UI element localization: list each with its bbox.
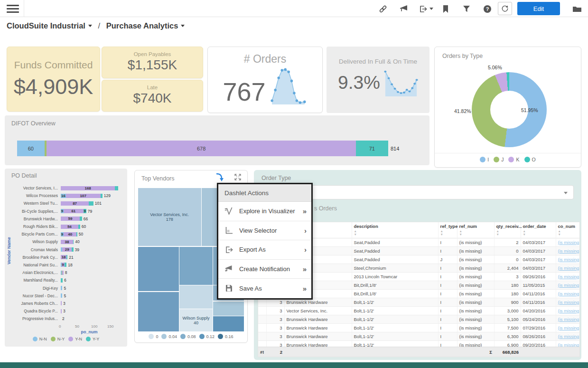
bar-segment-Y-N[interactable]: 87 bbox=[61, 201, 89, 206]
bar-segment-Y-N[interactable]: 40 bbox=[64, 232, 76, 236]
legend-item-o[interactable]: O bbox=[524, 157, 536, 162]
bar-segment-N-N[interactable] bbox=[61, 286, 62, 290]
co-num-link[interactable]: (is missing) bbox=[558, 300, 580, 305]
export-icon[interactable] bbox=[418, 4, 428, 14]
bar-segment-Y-N[interactable] bbox=[61, 301, 62, 305]
treemap-block[interactable] bbox=[213, 316, 244, 331]
kpi-num-orders[interactable]: # Orders 767 bbox=[207, 47, 323, 113]
breadcrumb-page[interactable]: Purchase Analytics bbox=[106, 21, 178, 30]
share-link-icon[interactable] bbox=[378, 4, 388, 14]
co-num-link[interactable]: (is missing) bbox=[558, 317, 580, 322]
po-bar-row[interactable]: Quadra Bicycle P...3 bbox=[5, 307, 127, 315]
table-row[interactable]: 3Brunswick HardwareBolt,1-1/2'I(is missi… bbox=[258, 323, 580, 332]
kpi-funds-committed[interactable]: Funds Committed $4,909K bbox=[7, 47, 100, 112]
legend-item-j[interactable]: J bbox=[494, 157, 504, 162]
column-header-qty[interactable]: qty_receiv...▲▼ bbox=[494, 222, 521, 238]
bar-segment-Y-N[interactable] bbox=[61, 309, 62, 313]
po-bar-row[interactable]: Bicycle Parts Com...94050 bbox=[5, 230, 127, 238]
po-bar-row[interactable]: Asian Electronics,...8 bbox=[5, 269, 127, 276]
maximize-icon[interactable] bbox=[233, 173, 242, 181]
co-num-link[interactable]: (is missing) bbox=[558, 240, 580, 245]
sort-icon[interactable]: ▲ bbox=[496, 230, 519, 232]
bar-segment-N-N[interactable] bbox=[61, 293, 62, 298]
sort-icon[interactable]: ▲ bbox=[558, 230, 579, 232]
bar-segment-Y-Y[interactable] bbox=[78, 225, 80, 229]
bar-segment-Y-Y[interactable] bbox=[73, 240, 74, 244]
po-bar-row[interactable]: National Paint Su...918 bbox=[5, 261, 127, 269]
bar-segment-Y-Y[interactable] bbox=[80, 217, 82, 221]
co-num-link[interactable]: (is missing) bbox=[558, 257, 580, 262]
column-header-ref_num[interactable]: ref_num▲▼ bbox=[457, 222, 494, 238]
breadcrumb-page-caret-icon[interactable] bbox=[181, 25, 185, 27]
bar-segment-N-N[interactable]: 16 bbox=[61, 194, 66, 198]
bar-segment-Y-Y[interactable] bbox=[101, 194, 103, 198]
bar-segment-Y-Y[interactable] bbox=[72, 247, 73, 252]
bar-segment-Y-N[interactable]: 168 bbox=[61, 186, 115, 190]
po-bar-row[interactable]: Marshland Realty...6 bbox=[5, 276, 127, 284]
dashlet-actions-arrow-icon[interactable] bbox=[215, 172, 225, 182]
po-bar-row[interactable]: Digi-Key5 bbox=[5, 284, 127, 292]
bar-segment-Y-N[interactable]: 54 bbox=[61, 225, 78, 229]
po-bar-row[interactable]: Vector Services, I...168 bbox=[5, 184, 127, 192]
co-num-link[interactable]: (is missing) bbox=[558, 265, 580, 271]
menu-item-view-selector[interactable]: View Selector › bbox=[218, 221, 311, 241]
edit-button[interactable]: Edit bbox=[517, 2, 560, 15]
export-caret-icon[interactable] bbox=[429, 8, 433, 10]
bar-segment-Y-N[interactable]: 107 bbox=[66, 194, 101, 198]
legend-item-n-y[interactable]: N-Y bbox=[51, 337, 65, 341]
bar-segment-Y-N[interactable]: 18 bbox=[61, 255, 66, 259]
table-row[interactable]: 3Brunswick HardwareBolt,1-1/2'I(is missi… bbox=[258, 315, 580, 323]
po-bar-row[interactable]: James Roberts Ch...3 bbox=[5, 300, 127, 307]
treemap-block[interactable] bbox=[213, 302, 244, 316]
legend-item-y-n[interactable]: Y-N bbox=[68, 337, 82, 341]
bar-segment-Y-Y[interactable] bbox=[61, 278, 63, 283]
filter-icon[interactable] bbox=[461, 4, 472, 14]
announce-icon[interactable] bbox=[399, 4, 409, 14]
po-bar-row[interactable]: Nucor Steel - Dec...5 bbox=[5, 292, 127, 300]
table-row[interactable]: 3Brunswick HardwareBolt,1-1/2'I(is missi… bbox=[258, 332, 580, 340]
treemap-block[interactable] bbox=[138, 292, 179, 331]
bar-segment-Y-N[interactable]: 59 bbox=[61, 217, 80, 221]
treemap-block[interactable] bbox=[138, 247, 179, 292]
difot-segment-N-N[interactable]: 60 bbox=[17, 141, 45, 156]
column-header-co_num[interactable]: co_num▲▼ bbox=[556, 222, 580, 238]
kpi-open-payables[interactable]: Open Payables $1,155K bbox=[102, 47, 203, 78]
bar-segment-Y-Y[interactable] bbox=[76, 232, 77, 236]
po-bar-row[interactable]: Brookline Park Cy...1821 bbox=[5, 254, 127, 261]
help-icon[interactable]: ? bbox=[482, 4, 493, 14]
sort-icon[interactable]: ▲ bbox=[354, 230, 436, 232]
bar-segment-Y-N[interactable]: 61 bbox=[64, 209, 83, 213]
bar-segment-Y-Y[interactable] bbox=[66, 255, 67, 259]
bar-segment-Y-Y[interactable]: 9 bbox=[84, 209, 86, 213]
bar-segment-Y-N[interactable]: 29 bbox=[62, 247, 72, 252]
treemap-block-wilson-supply[interactable]: Wilson Supply40 bbox=[179, 309, 213, 331]
difot-segment-Y-Y[interactable]: 71 bbox=[356, 141, 388, 156]
legend-item-k[interactable]: K bbox=[508, 157, 519, 162]
po-bar-row[interactable]: Western Steel Tu...87101 bbox=[5, 199, 127, 207]
co-num-link[interactable]: (is missing) bbox=[558, 274, 580, 279]
legend-item-y-y[interactable]: Y-Y bbox=[86, 337, 99, 341]
menu-item-export-as[interactable]: Export As › bbox=[218, 240, 311, 260]
po-bar-row[interactable]: Brunswick Hardw...5966 bbox=[5, 215, 127, 223]
menu-item-save-as[interactable]: Save As » bbox=[218, 279, 311, 298]
breadcrumb-app-caret-icon[interactable] bbox=[88, 25, 92, 27]
po-bar-row[interactable]: Wilson Supply3840 bbox=[5, 238, 127, 245]
kpi-late[interactable]: Late $740K bbox=[102, 80, 203, 112]
difot-segment-Y-N[interactable]: 678 bbox=[47, 141, 355, 156]
column-header-ref_type[interactable]: ref_type▲▼ bbox=[438, 222, 457, 238]
bar-segment-Y-Y[interactable] bbox=[65, 263, 67, 267]
po-bar-row[interactable]: Bi-Cycle Supplies,...961979 bbox=[5, 208, 127, 215]
legend-item-i[interactable]: I bbox=[480, 157, 489, 162]
treemap-block-vector-services-inc-[interactable]: Vector Services, Inc.178 bbox=[138, 188, 201, 246]
bar-segment-Y-Y[interactable] bbox=[115, 186, 118, 190]
hamburger-menu-icon[interactable] bbox=[7, 3, 19, 14]
menu-item-explore-in-visualizer[interactable]: Explore in Visualizer » bbox=[218, 202, 311, 221]
co-num-link[interactable]: (is missing) bbox=[558, 283, 580, 288]
sort-icon[interactable]: ▲ bbox=[523, 230, 554, 232]
sort-icon[interactable]: ▲ bbox=[440, 230, 455, 232]
co-num-link[interactable]: (is missing) bbox=[558, 325, 580, 330]
bookmark-icon[interactable] bbox=[440, 4, 451, 14]
sort-icon[interactable]: ▲ bbox=[459, 230, 492, 232]
refresh-button[interactable] bbox=[498, 2, 512, 15]
po-bar-row[interactable]: Wilcox Processes16107129 bbox=[5, 192, 127, 199]
